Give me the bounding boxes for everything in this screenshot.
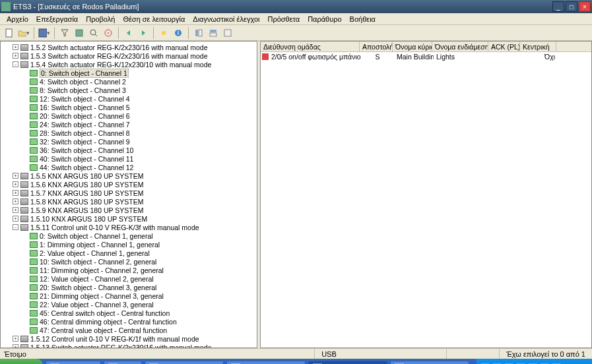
collapse-icon[interactable]: -: [13, 61, 18, 67]
filter-icon[interactable]: [58, 26, 71, 40]
expand-icon[interactable]: +: [13, 181, 18, 187]
tree-node[interactable]: +1.5.3 Switch actuator REG-K/2x230/16 wi…: [1, 51, 257, 60]
tree-node[interactable]: 4: Switch object - Channel 2: [1, 77, 257, 86]
tree-node[interactable]: +1.5.12 Control unit 0-10 V REG-K/1f wit…: [1, 334, 257, 343]
back-icon[interactable]: [122, 26, 135, 40]
tree-node[interactable]: +1.5.9 KNX ARGUS 180 UP SYSTEM: [1, 206, 257, 214]
expand-icon[interactable]: +: [13, 207, 18, 213]
save-button[interactable]: ▾: [38, 26, 51, 40]
tree-node[interactable]: 40: Switch object - Channel 11: [1, 154, 257, 163]
tree-node[interactable]: 21: Dimming object - Channel 3, general: [1, 291, 257, 300]
tree-node[interactable]: -1.5.11 Control unit 0-10 V REG-K/3f wit…: [1, 223, 257, 231]
tree-node[interactable]: 22: Value object - Channel 3, general: [1, 300, 257, 309]
tree-node[interactable]: 16: Switch object - Channel 5: [1, 103, 257, 111]
device-tree-pane[interactable]: +1.5.2 Switch actuator REG-K/2x230/16 wi…: [0, 41, 257, 348]
column-header[interactable]: Αποστολή: [360, 42, 393, 51]
menu-item[interactable]: Προβολή: [83, 15, 117, 23]
expand-icon[interactable]: +: [13, 53, 18, 59]
close-button[interactable]: ×: [579, 1, 591, 12]
column-header[interactable]: Κεντρική: [520, 42, 556, 51]
expand-icon[interactable]: +: [13, 44, 18, 50]
tree-node[interactable]: 20: Switch object - Channel 3, general: [1, 283, 257, 291]
object-icon: [30, 138, 38, 145]
column-header[interactable]: Όνομα κύριας ...: [393, 42, 432, 51]
svg-rect-1: [39, 29, 47, 37]
object-icon: [30, 250, 38, 257]
taskbar-task[interactable]: Επιφάνεια εργασίας: [390, 361, 469, 364]
expand-icon[interactable]: +: [13, 216, 18, 222]
tree-node[interactable]: 46: Central dimming object - Central fun…: [1, 317, 257, 326]
target-icon[interactable]: [102, 26, 115, 40]
start-button[interactable]: έναρξη: [0, 359, 43, 364]
tree-node[interactable]: +1.5.13 Switch actuator REG-K/2x230/16 w…: [1, 343, 257, 348]
tree-node[interactable]: +1.5.6 KNX ARGUS 180 UP SYSTEM: [1, 180, 257, 189]
menu-item[interactable]: Αρχείο: [4, 15, 31, 23]
tree-node[interactable]: 28: Switch object - Channel 8: [1, 129, 257, 137]
tree-node[interactable]: -1.5.4 Switch actuator REG-K/12x230/10 w…: [1, 60, 257, 69]
sun-icon[interactable]: [157, 26, 170, 40]
menu-item[interactable]: Διαγνωστικοί έλεγχοι: [190, 15, 262, 23]
view2-icon[interactable]: [207, 26, 220, 40]
tree-node[interactable]: 1: Dimming object - Channel 1, general: [1, 240, 257, 249]
tree-node[interactable]: 8: Switch object - Channel 3: [1, 86, 257, 94]
device-tree[interactable]: +1.5.2 Switch actuator REG-K/2x230/16 wi…: [1, 42, 257, 348]
tree-node[interactable]: 0: Switch object - Channel 1, general: [1, 231, 257, 240]
tree-node[interactable]: 44: Switch object - Channel 12: [1, 163, 257, 171]
maximize-button[interactable]: □: [566, 1, 577, 12]
grid-row[interactable]: 2/0/5 on/off φωτισμός μπάνιου S Main Bui…: [261, 52, 591, 61]
grid-body[interactable]: 2/0/5 on/off φωτισμός μπάνιου S Main Bui…: [261, 52, 591, 348]
menu-item[interactable]: Παράθυρο: [305, 15, 344, 23]
tree-node[interactable]: +1.5.8 KNX ARGUS 180 UP SYSTEM: [1, 197, 257, 206]
taskbar-task[interactable]: Πτυχιακή εργασία τε...: [145, 361, 224, 364]
tree-node[interactable]: 45: Central switch object - Central func…: [1, 309, 257, 317]
tree-node[interactable]: 20: Switch object - Channel 6: [1, 111, 257, 120]
tree-label: 21: Dimming object - Channel 3, general: [40, 292, 164, 300]
taskbar-task[interactable]: Word: [104, 361, 142, 364]
info-icon[interactable]: i: [172, 26, 185, 40]
taskbar-task[interactable]: KNX Basic: [46, 361, 102, 364]
taskbar-task[interactable]: χωρίς τίτλο - Ζωγρα...: [226, 361, 306, 364]
menu-item[interactable]: Βοήθεια: [347, 15, 378, 23]
config-icon[interactable]: [73, 26, 86, 40]
tree-node[interactable]: +1.5.2 Switch actuator REG-K/2x230/16 wi…: [1, 43, 257, 51]
tree-node[interactable]: +1.5.10 KNX ARGUS 180 UP SYSTEM: [1, 214, 257, 223]
column-header[interactable]: ACK (PL): [488, 42, 520, 51]
expand-icon[interactable]: +: [13, 198, 18, 204]
collapse-icon[interactable]: -: [13, 224, 18, 230]
tree-node[interactable]: 12: Switch object - Channel 4: [1, 94, 257, 103]
tree-label: 44: Switch object - Channel 12: [40, 164, 133, 171]
tree-node[interactable]: 36: Switch object - Channel 10: [1, 146, 257, 154]
taskbar-task[interactable]: ETS3 - [Συσκευές σε ...: [308, 361, 387, 364]
tree-label: 0: Switch object - Channel 1: [40, 69, 129, 78]
view3-icon[interactable]: [221, 26, 234, 40]
view1-icon[interactable]: [192, 26, 205, 40]
forward-icon[interactable]: [137, 26, 150, 40]
column-header[interactable]: Όνομα ενδιάμεσης ...: [432, 42, 488, 51]
tree-node[interactable]: 12: Value object - Channel 2, general: [1, 274, 257, 283]
tree-label: 1: Dimming object - Channel 1, general: [40, 241, 160, 249]
minimize-button[interactable]: _: [552, 1, 564, 12]
tree-node[interactable]: 0: Switch object - Channel 1: [1, 69, 257, 77]
expand-icon[interactable]: +: [13, 344, 18, 348]
new-button[interactable]: [3, 26, 16, 40]
column-header[interactable]: Διεύθυνση ομάδας: [261, 42, 360, 51]
tree-label: 2: Value object - Channel 1, general: [40, 249, 150, 257]
tree-node[interactable]: 2: Value object - Channel 1, general: [1, 249, 257, 257]
menu-item[interactable]: Πρόσθετα: [265, 15, 302, 23]
tree-node[interactable]: 32: Switch object - Channel 9: [1, 137, 257, 146]
menu-item[interactable]: Επεξεργασία: [34, 15, 81, 23]
tree-node[interactable]: 47: Central value object - Central funct…: [1, 326, 257, 334]
tree-node[interactable]: +1.5.5 KNX ARGUS 180 UP SYSTEM: [1, 171, 257, 180]
tree-node[interactable]: +1.5.7 KNX ARGUS 180 UP SYSTEM: [1, 189, 257, 197]
menu-item[interactable]: Θέση σε λειτουργία: [120, 15, 187, 23]
expand-icon[interactable]: +: [13, 190, 18, 196]
cell-mid: Lights: [434, 53, 490, 61]
tree-node[interactable]: 11: Dimming object - Channel 2, general: [1, 266, 257, 274]
tree-node[interactable]: 24: Switch object - Channel 7: [1, 120, 257, 129]
expand-icon[interactable]: +: [13, 173, 18, 179]
expand-icon[interactable]: +: [13, 336, 18, 342]
taskbar: έναρξη KNX BasicWordΠτυχιακή εργασία τε.…: [0, 359, 592, 364]
tree-node[interactable]: 10: Switch object - Channel 2, general: [1, 257, 257, 266]
open-button[interactable]: ▾: [17, 26, 30, 40]
search-icon[interactable]: [87, 26, 100, 40]
